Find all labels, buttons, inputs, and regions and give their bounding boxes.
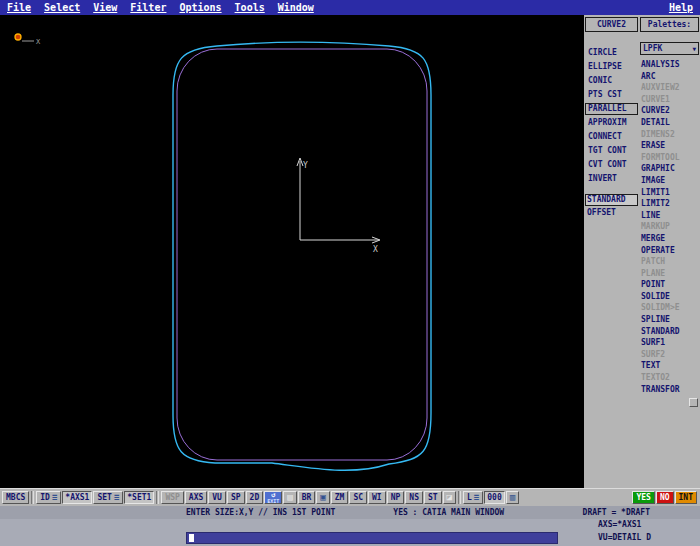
- palette-item-line[interactable]: LINE: [640, 210, 699, 222]
- yes-button[interactable]: YES: [632, 491, 654, 504]
- axs-button[interactable]: AXS: [185, 491, 207, 504]
- curve-tool-connect[interactable]: CONNECT: [585, 131, 638, 143]
- palettes-panel-title: Palettes:: [640, 17, 699, 32]
- palette-selector[interactable]: LPFK ▼: [640, 42, 699, 55]
- id-value-field[interactable]: *AXS1: [62, 491, 92, 504]
- palette-item-graphic[interactable]: GRAPHIC: [640, 163, 699, 175]
- sc-button[interactable]: SC: [349, 491, 367, 504]
- palette-item-operate[interactable]: OPERATE: [640, 245, 699, 257]
- set-button[interactable]: SET ≡: [93, 491, 123, 504]
- palette-item-detail[interactable]: DETAIL: [640, 117, 699, 129]
- palette-item-text[interactable]: TEXT: [640, 360, 699, 372]
- exit-button-label: EXIT: [267, 499, 279, 504]
- mbcs-button[interactable]: MBCS: [2, 491, 29, 504]
- curve-tool-ellipse[interactable]: ELLIPSE: [585, 61, 638, 73]
- st-button[interactable]: ST: [424, 491, 442, 504]
- vu-button[interactable]: VU: [208, 491, 226, 504]
- curve-tool-tgt-cont[interactable]: TGT CONT: [585, 145, 638, 157]
- palette-item-limit1[interactable]: LIMIT1: [640, 187, 699, 199]
- 2d-button[interactable]: 2D: [246, 491, 264, 504]
- chevron-down-icon: ▼: [692, 45, 696, 52]
- curve-tool-invert[interactable]: INVERT: [585, 173, 638, 185]
- sp-button[interactable]: SP: [227, 491, 245, 504]
- set-value-field[interactable]: *SET1: [124, 491, 154, 504]
- palette-item-standard[interactable]: STANDARD: [640, 326, 699, 338]
- menubar: File Select View Filter Options Tools Wi…: [0, 0, 700, 15]
- wi-button[interactable]: WI: [368, 491, 386, 504]
- palette-item-spline[interactable]: SPLINE: [640, 314, 699, 326]
- br-button[interactable]: BR: [298, 491, 316, 504]
- toolbar-separator: [156, 491, 159, 504]
- palette-item-curve2[interactable]: CURVE2: [640, 105, 699, 117]
- drawing-canvas[interactable]: Y X X: [0, 15, 584, 488]
- curve2-panel: CURVE2 CIRCLE ELLIPSE CONIC PTS CST PARA…: [585, 17, 638, 220]
- palette-scroll-grip[interactable]: [689, 398, 698, 407]
- menu-tools[interactable]: Tools: [235, 0, 265, 15]
- boundary-curve: [173, 42, 431, 470]
- palette-item-surf2[interactable]: SURF2: [640, 349, 699, 361]
- db-button[interactable]: ▥: [506, 491, 519, 504]
- palette-item-formtool[interactable]: FORMTOOL: [640, 152, 699, 164]
- curve-tool-approxim[interactable]: APPROXIM: [585, 117, 638, 129]
- no-button[interactable]: NO: [656, 491, 674, 504]
- zm-button[interactable]: ZM: [331, 491, 349, 504]
- pages-button[interactable]: ▤: [283, 491, 296, 504]
- palette-item-arc[interactable]: ARC: [640, 71, 699, 83]
- cube-button[interactable]: ▣: [316, 491, 329, 504]
- id-button[interactable]: ID ≡: [36, 491, 61, 504]
- palette-item-solidme[interactable]: SOLIDM>E: [640, 302, 699, 314]
- axis-system: [297, 158, 380, 243]
- palette-item-auxview2[interactable]: AUXVIEW2: [640, 82, 699, 94]
- palette-item-dimens2[interactable]: DIMENS2: [640, 129, 699, 141]
- menu-view[interactable]: View: [93, 0, 117, 15]
- palette-item-point[interactable]: POINT: [640, 279, 699, 291]
- l-button-label: L: [467, 493, 472, 502]
- menu-icon: ≡: [474, 493, 479, 502]
- int-button[interactable]: INT: [675, 491, 697, 504]
- menu-filter[interactable]: Filter: [130, 0, 166, 15]
- menu-icon: ≡: [52, 493, 57, 502]
- mode-standard[interactable]: STANDARD: [585, 194, 638, 206]
- palettes-title-text: Palettes:: [648, 20, 691, 29]
- palette-item-solide[interactable]: SOLIDE: [640, 291, 699, 303]
- palette-item-image[interactable]: IMAGE: [640, 175, 699, 187]
- ns-button[interactable]: NS: [405, 491, 423, 504]
- palette-item-plane[interactable]: PLANE: [640, 268, 699, 280]
- command-area: AXS=*AXS1 VU=DETAIL D: [0, 519, 700, 546]
- curve-tool-pts-cst[interactable]: PTS CST: [585, 89, 638, 101]
- l-value-field[interactable]: 000: [484, 491, 504, 504]
- mode-offset[interactable]: OFFSET: [585, 207, 638, 219]
- palette-item-surf1[interactable]: SURF1: [640, 337, 699, 349]
- np-button[interactable]: NP: [387, 491, 405, 504]
- curve-tool-cvt-cont[interactable]: CVT CONT: [585, 159, 638, 171]
- palette-item-markup[interactable]: MARKUP: [640, 221, 699, 233]
- curve-tool-circle[interactable]: CIRCLE: [585, 47, 638, 59]
- curve2-mode-list: STANDARD OFFSET: [585, 194, 638, 219]
- bottom-toolbar: MBCS ID ≡ *AXS1 SET ≡ *SET1 WSP AXS VU S…: [0, 488, 700, 506]
- palette-item-transfor[interactable]: TRANSFOR: [640, 384, 699, 396]
- command-input[interactable]: [186, 532, 558, 544]
- curve-tool-parallel[interactable]: PARALLEL: [585, 103, 638, 115]
- cube-icon: ▣: [320, 493, 325, 502]
- menu-select[interactable]: Select: [44, 0, 80, 15]
- palette-item-analysis[interactable]: ANALYSIS: [640, 59, 699, 71]
- palette-item-merge[interactable]: MERGE: [640, 233, 699, 245]
- text-cursor: [189, 534, 194, 542]
- menu-options[interactable]: Options: [179, 0, 221, 15]
- prompt-message: ENTER SIZE:X,Y // INS 1ST POINT: [186, 508, 335, 517]
- wsp-button[interactable]: WSP: [161, 491, 183, 504]
- eraser-icon: ◪: [447, 493, 452, 502]
- l-button[interactable]: L ≡: [463, 491, 483, 504]
- menu-help[interactable]: Help: [669, 0, 693, 15]
- exit-button[interactable]: ↺ EXIT: [264, 491, 282, 504]
- eraser-button[interactable]: ◪: [443, 491, 456, 504]
- palette-item-patch[interactable]: PATCH: [640, 256, 699, 268]
- curve-tool-conic[interactable]: CONIC: [585, 75, 638, 87]
- palette-item-curve1[interactable]: CURVE1: [640, 94, 699, 106]
- palette-item-texto2[interactable]: TEXTO2: [640, 372, 699, 384]
- toolbar-separator: [31, 491, 34, 504]
- menu-file[interactable]: File: [7, 0, 31, 15]
- menu-window[interactable]: Window: [278, 0, 314, 15]
- palette-item-erase[interactable]: ERASE: [640, 140, 699, 152]
- palette-item-limit2[interactable]: LIMIT2: [640, 198, 699, 210]
